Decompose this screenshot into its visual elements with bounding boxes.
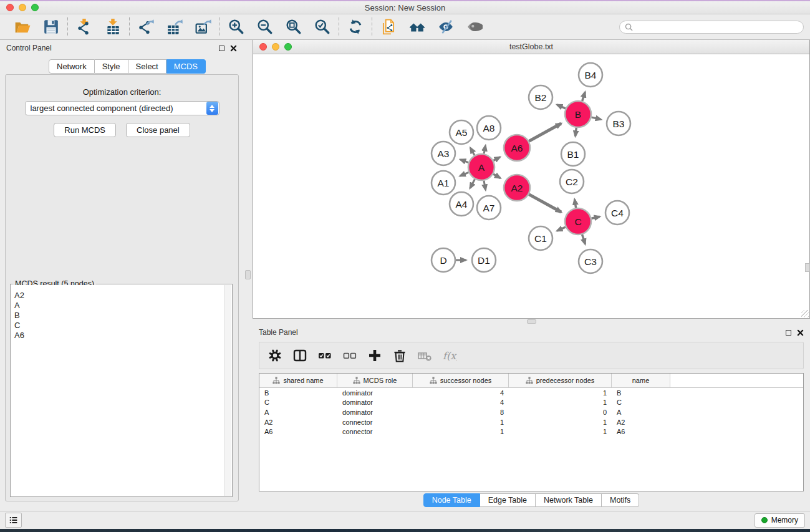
close-panel-button[interactable]: Close panel	[126, 123, 190, 137]
table-row-A[interactable]: Adominator80A	[259, 407, 803, 417]
column-header-MCDS-role[interactable]: MCDS role	[337, 374, 413, 387]
window-resize-grip[interactable]	[801, 310, 809, 317]
edge-A-A7[interactable]	[484, 181, 486, 190]
import-network-button[interactable]	[75, 18, 93, 36]
edge-B-B1[interactable]	[576, 128, 577, 136]
criterion-dropdown[interactable]: largest connected component (directed)	[25, 101, 219, 115]
node-A2[interactable]: A2	[504, 175, 530, 201]
table-row-B[interactable]: Bdominator41B	[259, 388, 803, 398]
node-B1[interactable]: B1	[561, 142, 585, 166]
column-header-predecessor-nodes[interactable]: predecessor nodes	[509, 374, 612, 387]
zoom-selected-button[interactable]	[314, 18, 331, 36]
node-B[interactable]: B	[565, 101, 591, 127]
edge-C-C4[interactable]	[591, 216, 599, 218]
node-A3[interactable]: A3	[432, 142, 455, 165]
task-history-button[interactable]	[5, 513, 22, 528]
node-A[interactable]: A	[468, 154, 494, 180]
table-row-A2[interactable]: A2connector11A2	[259, 417, 803, 427]
save-session-button[interactable]	[42, 18, 60, 36]
node-C2[interactable]: C2	[560, 170, 584, 193]
tab-network-table[interactable]: Network Table	[536, 493, 602, 507]
mcds-result-scrollbar[interactable]	[224, 285, 231, 496]
node-C1[interactable]: C1	[529, 226, 552, 250]
edge-B-B4[interactable]	[582, 92, 586, 101]
table-row-A6[interactable]: A6connector11A6	[259, 427, 803, 437]
edge-A-A4[interactable]	[470, 179, 475, 188]
tab-motifs[interactable]: Motifs	[602, 493, 639, 507]
delete-columns-icon	[392, 348, 407, 363]
node-B2[interactable]: B2	[529, 85, 552, 109]
open-file-button[interactable]	[14, 18, 31, 36]
network-canvas[interactable]: AA1A2A3A4A5A6A7A8BB1B2B3B4CC1C2C3C4DD1	[253, 54, 809, 318]
node-C3[interactable]: C3	[579, 249, 602, 273]
close-panel-icon[interactable]	[230, 45, 237, 52]
splitter-thumb[interactable]	[245, 270, 251, 279]
edge-A-A3[interactable]	[460, 160, 468, 163]
edge-A-A5[interactable]	[470, 148, 475, 155]
tab-edge-table[interactable]: Edge Table	[480, 493, 536, 507]
export-table-button[interactable]	[166, 18, 183, 36]
edge-B-B3[interactable]	[591, 117, 600, 120]
node-A5[interactable]: A5	[450, 120, 473, 144]
node-A6[interactable]: A6	[504, 135, 530, 161]
table-options-gear-button[interactable]	[267, 347, 283, 364]
node-C[interactable]: C	[565, 208, 591, 235]
node-A8[interactable]: A8	[477, 116, 501, 140]
node-A4[interactable]: A4	[450, 192, 473, 216]
node-B3[interactable]: B3	[607, 112, 630, 135]
import-table-button[interactable]	[104, 18, 122, 36]
delete-columns-button[interactable]	[392, 347, 408, 364]
tab-style[interactable]: Style	[95, 59, 128, 74]
unselect-all-columns-button[interactable]	[342, 347, 358, 364]
node-D[interactable]: D	[432, 248, 455, 272]
edge-B-B2[interactable]	[557, 105, 565, 109]
edge-A6-B[interactable]	[529, 123, 561, 141]
horizontal-splitter[interactable]	[253, 319, 810, 324]
memory-button[interactable]: Memory	[755, 513, 805, 528]
zoom-fit-button[interactable]	[285, 18, 302, 36]
create-column-button[interactable]	[367, 347, 383, 364]
tab-mcds[interactable]: MCDS	[166, 59, 206, 74]
node-A7[interactable]: A7	[477, 196, 501, 220]
close-table-panel-icon[interactable]	[797, 329, 804, 336]
right-splitter-thumb[interactable]	[805, 263, 810, 272]
node-B4[interactable]: B4	[579, 63, 602, 87]
vertical-splitter[interactable]	[243, 40, 253, 511]
tab-select[interactable]: Select	[128, 59, 166, 74]
search-input[interactable]	[636, 22, 798, 31]
tab-node-table[interactable]: Node Table	[423, 493, 480, 507]
hsplitter-thumb[interactable]	[527, 319, 536, 324]
select-all-columns-button[interactable]	[317, 347, 333, 364]
edge-C-C3[interactable]	[582, 235, 586, 244]
edge-A-A1[interactable]	[460, 172, 469, 176]
clone-network-button[interactable]	[380, 18, 397, 36]
float-table-panel-icon[interactable]	[786, 330, 791, 336]
zoom-out-button[interactable]	[256, 18, 274, 36]
tab-network[interactable]: Network	[49, 59, 95, 74]
hide-graphics-details-button[interactable]	[437, 18, 455, 36]
show-column-button[interactable]	[292, 347, 308, 364]
run-mcds-button[interactable]: Run MCDS	[54, 123, 116, 137]
edge-A-A8[interactable]	[484, 145, 485, 153]
float-panel-icon[interactable]	[219, 46, 224, 51]
edge-C-C2[interactable]	[574, 200, 576, 208]
zoom-in-button[interactable]	[228, 18, 245, 36]
show-panels-button[interactable]	[408, 18, 426, 36]
search-box[interactable]	[619, 21, 804, 34]
node-C4[interactable]: C4	[605, 201, 629, 225]
edge-C-C1[interactable]	[557, 227, 565, 231]
export-image-button[interactable]	[195, 18, 212, 36]
column-header-name[interactable]: name	[612, 374, 670, 387]
edge-A2-C[interactable]	[529, 195, 561, 212]
export-network-button[interactable]	[137, 18, 155, 36]
refresh-layout-button[interactable]	[347, 18, 364, 36]
mcds-result-item: B	[14, 311, 224, 321]
column-header-successor-nodes[interactable]: successor nodes	[413, 374, 509, 387]
show-graphics-details-button[interactable]	[466, 18, 483, 36]
table-row-C[interactable]: Cdominator41C	[259, 398, 803, 408]
edge-A-A2[interactable]	[493, 174, 500, 178]
edge-A-A6[interactable]	[493, 157, 499, 161]
column-header-shared-name[interactable]: shared name	[259, 374, 337, 387]
node-A1[interactable]: A1	[432, 171, 455, 195]
node-D1[interactable]: D1	[472, 248, 496, 272]
